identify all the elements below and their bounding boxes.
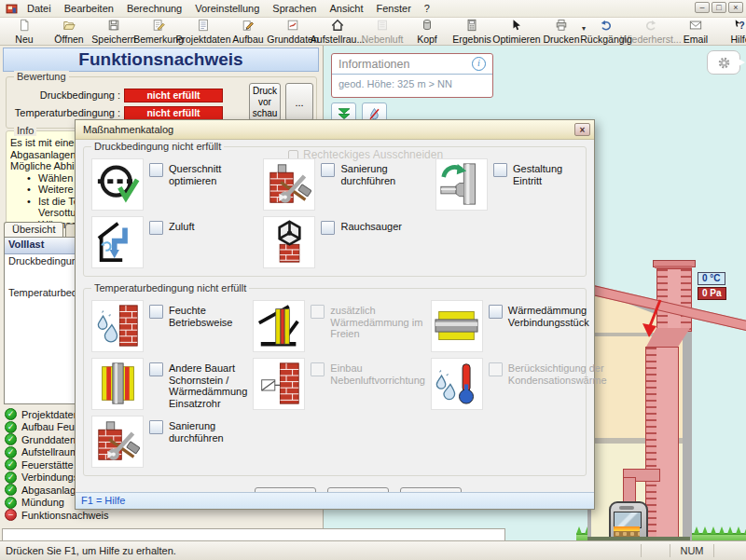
liner-insulation-icon xyxy=(96,362,140,407)
measure-item: Sanierung durchführen xyxy=(263,158,430,211)
status-badge: nicht erfüllt xyxy=(124,106,223,120)
info-label: Info xyxy=(14,125,36,136)
toolbar-button[interactable]: Aufbau xyxy=(226,18,270,45)
redo-arrow-icon xyxy=(644,19,657,34)
build-pen-icon xyxy=(242,19,255,34)
chimney-tools-icon xyxy=(268,162,311,208)
checkbox[interactable] xyxy=(311,305,325,319)
toolbar-button[interactable]: Grunddaten xyxy=(270,18,315,45)
air-door-icon xyxy=(376,19,389,34)
pipe-entry-icon xyxy=(439,162,483,208)
project-doc-icon xyxy=(197,19,210,34)
checkbox[interactable] xyxy=(493,163,507,177)
window-control-button[interactable]: □ xyxy=(711,2,726,13)
toolbar-button[interactable]: ? Hilfe xyxy=(718,18,746,45)
settings-bubble-button[interactable] xyxy=(707,50,740,75)
close-icon[interactable]: × xyxy=(574,123,590,136)
checkbox[interactable] xyxy=(149,163,163,177)
calculator-icon xyxy=(465,19,478,34)
menu-item[interactable]: ? xyxy=(418,1,436,16)
smoke-fan-icon xyxy=(268,220,311,266)
toolbar-button[interactable]: Projektdaten xyxy=(181,18,226,45)
pressure-group-label: Druckbedingung nicht erfüllt xyxy=(91,141,224,152)
toolbar-button[interactable]: Neu xyxy=(2,18,47,45)
toolbar-button[interactable]: Optimieren xyxy=(494,18,539,45)
checkbox[interactable] xyxy=(149,221,163,235)
supply-air-icon xyxy=(96,220,140,266)
toolbar-button[interactable]: Bemerkung xyxy=(136,18,181,45)
num-lock-indicator: NUM xyxy=(670,544,713,557)
pressure-group: Druckbedingung nicht erfüllt Querschnitt… xyxy=(83,146,587,277)
checklist-label: Aufstellraum xyxy=(21,446,78,458)
gear-icon xyxy=(717,56,731,70)
toolbar-button[interactable]: Speichern xyxy=(91,18,136,45)
cursor-icon xyxy=(510,19,523,34)
temperature-group: Temperaturbedingung nicht erfüllt Feucht… xyxy=(83,288,587,476)
toolbar-button[interactable]: Drucken xyxy=(539,18,584,45)
massnahmenkatalog-dialog: Maßnahmenkatalog × Rechteckiges Ausschne… xyxy=(75,119,595,510)
menu-item[interactable]: Fenster xyxy=(370,1,418,16)
toolbar-button[interactable]: Wiederherst... xyxy=(629,18,673,45)
info-icon[interactable]: i xyxy=(472,57,486,71)
toolbar-button[interactable]: Öffnen xyxy=(47,18,91,45)
print-preview-button[interactable]: Druck vor schau xyxy=(249,83,281,121)
undo-arrow-icon xyxy=(600,19,613,34)
check-status-icon xyxy=(5,471,17,484)
svg-text:?: ? xyxy=(739,20,744,31)
more-options-button[interactable]: ... xyxy=(285,83,313,121)
note-icon xyxy=(152,19,165,34)
toolbar: Neu Öffnen Speichern Bemerkung Projektda… xyxy=(0,18,746,46)
checkbox[interactable] xyxy=(321,163,335,177)
checkbox[interactable] xyxy=(149,305,163,319)
outdoor-insulation-icon xyxy=(257,304,301,349)
menu-item[interactable]: Bearbeiten xyxy=(58,1,120,16)
app-icon xyxy=(6,3,18,15)
page-title: Funktionsnachweis xyxy=(3,48,319,72)
window-controls: –□× xyxy=(695,2,743,13)
save-floppy-icon xyxy=(107,19,120,34)
checkbox[interactable] xyxy=(149,362,163,376)
toolbar-button[interactable]: Ergebnis xyxy=(449,18,494,45)
menu-items: DateiBearbeitenBerechnungVoreinstellungS… xyxy=(21,1,436,16)
basedata-pen-icon xyxy=(286,19,299,34)
toolbar-button[interactable]: Email xyxy=(673,18,718,45)
geod-height-value: geod. Höhe: 325 m > NN xyxy=(332,75,492,89)
checkbox[interactable] xyxy=(149,420,163,434)
menu-item[interactable]: Berechnung xyxy=(120,1,188,16)
checkbox[interactable] xyxy=(321,221,335,235)
menu-item[interactable]: Datei xyxy=(21,1,58,16)
damp-wall-icon xyxy=(96,304,140,349)
dialog-titlebar[interactable]: Maßnahmenkatalog xyxy=(76,120,594,140)
measure-item: Einbau Nebenluftvorrichtung xyxy=(253,358,425,410)
bewertung-label: Bewertung xyxy=(14,71,69,82)
checklist-item[interactable]: Funktionsnachweis xyxy=(5,509,319,522)
measure-item: Rauchsauger xyxy=(263,216,430,268)
envelope-icon xyxy=(689,19,702,34)
bewertung-rows: Druckbedingung : nicht erfüllt Temperatu… xyxy=(10,85,223,120)
minimize-icon: – xyxy=(699,3,704,12)
condition-row: Temperaturbedingung : nicht erfüllt xyxy=(10,105,223,120)
checklist-label: Projektdaten xyxy=(21,409,79,420)
air-device-icon xyxy=(257,362,301,407)
toolbar-button[interactable]: Kopf xyxy=(405,18,449,45)
measure-item: Sanierung durchführen xyxy=(91,416,247,468)
measure-item: Gestaltung Eintritt xyxy=(435,158,578,211)
temperature-group-label: Temperaturbedingung nicht erfüllt xyxy=(91,282,249,294)
checkbox[interactable] xyxy=(489,305,503,319)
window-control-button[interactable]: – xyxy=(695,2,710,13)
open-folder-icon xyxy=(62,19,76,34)
maximize-icon: □ xyxy=(716,3,721,12)
window-control-button[interactable]: × xyxy=(728,2,743,13)
checkbox[interactable] xyxy=(489,362,503,376)
chimney-tools-icon xyxy=(96,419,140,465)
checkbox[interactable] xyxy=(311,362,325,376)
measure-item: Querschnitt optimieren xyxy=(91,158,257,211)
measure-item: Berücksichtigung der Kondensationswärme xyxy=(431,358,607,410)
toolbar-button[interactable]: Aufstellrau... xyxy=(315,18,360,45)
head-cylinder-icon xyxy=(421,19,434,34)
menu-item[interactable]: Ansicht xyxy=(323,1,369,16)
toolbar-button[interactable]: Nebenluft xyxy=(360,18,405,45)
menu-item[interactable]: Voreinstellung xyxy=(188,1,266,16)
menu-item[interactable]: Sprachen xyxy=(266,1,323,16)
measure-item: Wärmedämmung Verbindungsstück xyxy=(431,300,607,352)
